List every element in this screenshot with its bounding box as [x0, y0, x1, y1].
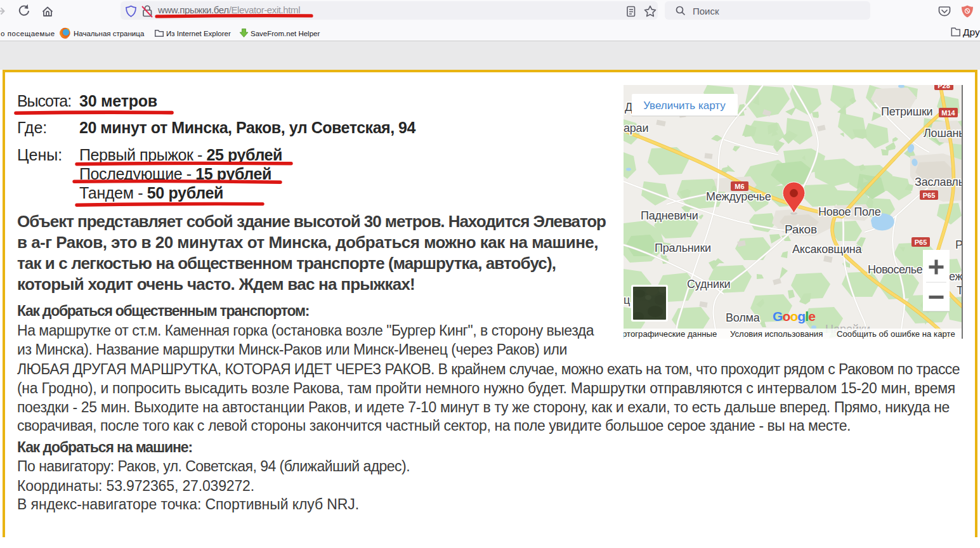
svg-text:Условия использования: Условия использования	[730, 329, 823, 339]
svg-text:Картографические данные: Картографические данные	[624, 329, 717, 339]
svg-text:Сообщить об ошибке на карте: Сообщить об ошибке на карте	[837, 329, 955, 339]
svg-text:еж: еж	[949, 270, 962, 283]
svg-text:Google: Google	[773, 309, 815, 323]
svg-text:Новоселье: Новоселье	[868, 263, 923, 276]
svg-text:Волма: Волма	[726, 311, 761, 324]
svg-text:Петришки: Петришки	[881, 105, 932, 118]
svg-text:Междуречье: Междуречье	[706, 190, 771, 203]
svg-text:Падневичи: Падневичи	[641, 209, 698, 222]
svg-text:Р28: Р28	[938, 85, 950, 89]
svg-text:Судники: Судники	[687, 278, 730, 290]
svg-text:Пральники: Пральники	[655, 242, 711, 254]
svg-text:Т: Т	[957, 284, 962, 297]
svg-text:Аксаковщина: Аксаковщина	[792, 243, 863, 256]
svg-text:Новое Поле: Новое Поле	[818, 206, 881, 218]
svg-text:М6: М6	[735, 183, 744, 190]
svg-text:Увеличить карту: Увеличить карту	[643, 100, 726, 112]
svg-text:ц: ц	[624, 294, 630, 306]
svg-text:Раков: Раков	[785, 223, 817, 236]
svg-text:Лошань: Лошань	[924, 127, 962, 140]
svg-text:Ра: Ра	[955, 238, 962, 251]
svg-text:Заславль: Заславль	[915, 176, 962, 188]
svg-text:Р65: Р65	[923, 192, 936, 199]
svg-text:М14: М14	[941, 109, 955, 117]
svg-text:араи: араи	[624, 122, 648, 134]
svg-text:Р65: Р65	[915, 238, 927, 246]
